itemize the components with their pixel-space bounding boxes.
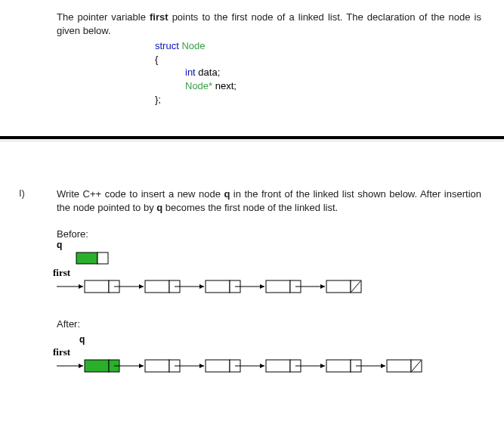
svg-marker-15 <box>260 284 264 289</box>
svg-rect-0 <box>76 252 97 264</box>
before-diagram: first <box>53 252 481 300</box>
q-text-part3: becomes the first node of the linked lis… <box>162 202 338 213</box>
svg-marker-36 <box>260 364 264 368</box>
svg-marker-40 <box>320 364 325 368</box>
svg-rect-12 <box>206 280 230 293</box>
svg-marker-32 <box>199 364 204 368</box>
before-label: Before: <box>57 228 481 240</box>
svg-rect-20 <box>326 280 351 293</box>
intro-paragraph: The pointer variable first points to the… <box>57 11 481 38</box>
code-data-decl: data; <box>196 67 221 78</box>
svg-marker-44 <box>381 364 385 368</box>
code-brace-open: { <box>155 53 481 67</box>
question-label: I) <box>19 187 25 199</box>
q-node-label-after: q <box>79 334 481 345</box>
svg-rect-29 <box>145 360 169 372</box>
code-nodeptr: Node* <box>185 80 212 91</box>
svg-rect-41 <box>326 360 351 372</box>
svg-marker-3 <box>79 284 83 289</box>
svg-marker-11 <box>199 284 204 289</box>
svg-rect-16 <box>266 280 290 293</box>
svg-marker-7 <box>139 284 144 289</box>
code-next-decl: next; <box>212 80 237 91</box>
first-label-after: first <box>53 346 77 358</box>
code-block: struct Node { int data; Node* next; }; <box>155 39 481 106</box>
q-text-part1: Write C++ code to insert a new node <box>57 188 224 200</box>
after-diagram: first <box>53 346 481 379</box>
svg-rect-8 <box>145 280 169 293</box>
code-struct-name: Node <box>179 40 206 51</box>
svg-rect-45 <box>387 360 411 372</box>
svg-rect-33 <box>206 360 230 372</box>
svg-rect-37 <box>266 360 290 372</box>
svg-rect-1 <box>97 252 108 264</box>
q-node-label-before: q <box>57 240 481 250</box>
first-label-before: first <box>53 267 77 279</box>
after-label: After: <box>57 318 481 330</box>
svg-marker-28 <box>139 364 144 368</box>
code-brace-close: }; <box>155 93 481 107</box>
svg-marker-19 <box>320 284 325 289</box>
svg-rect-25 <box>85 360 109 372</box>
question-text: Write C++ code to insert a new node q in… <box>57 187 481 215</box>
intro-first-bold: first <box>150 11 169 23</box>
svg-marker-24 <box>79 364 83 368</box>
intro-text-before: The pointer variable <box>57 11 150 23</box>
svg-rect-4 <box>85 280 109 293</box>
separator-bar <box>0 136 504 142</box>
code-struct-kw: struct <box>155 40 179 51</box>
code-int-kw: int <box>185 67 196 78</box>
